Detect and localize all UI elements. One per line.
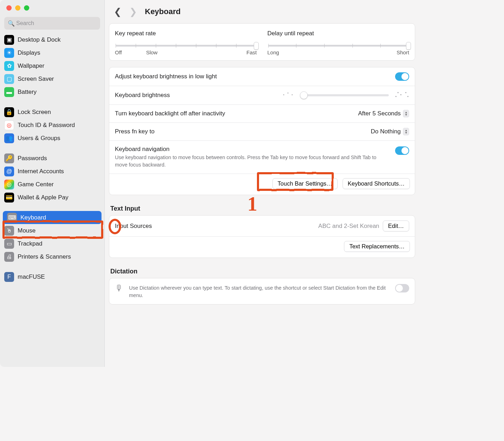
sidebar-item-label: Game Center — [18, 181, 54, 188]
sidebar-item-internet-accounts[interactable]: @Internet Accounts — [0, 165, 104, 178]
key-repeat-slider-group: Key repeat rate Off Slow Fast — [115, 30, 257, 55]
sidebar-item-printers-scanners[interactable]: 🖨Printers & Scanners — [0, 250, 104, 263]
sidebar-item-label: Battery — [18, 89, 37, 96]
brightness-slider[interactable] — [301, 94, 389, 96]
repeat-off-label: Off — [115, 49, 129, 55]
sidebar-item-screen-saver[interactable]: ▢Screen Saver — [0, 72, 104, 85]
sidebar-item-trackpad[interactable]: ▭Trackpad — [0, 237, 104, 250]
forward-button[interactable]: ❯ — [129, 6, 137, 17]
trackpad-icon: ▭ — [4, 239, 14, 249]
key-repeat-label: Key repeat rate — [115, 30, 257, 37]
sidebar-item-label: Trackpad — [18, 240, 42, 247]
repeat-slow-label: Slow — [146, 49, 158, 55]
passwords-icon: 🔑 — [4, 153, 14, 163]
internet-accounts-icon: @ — [4, 167, 14, 176]
brightness-low-icon: ⠂⠁⠂ — [282, 91, 295, 99]
text-replacements-button[interactable]: Text Replacements… — [344, 241, 410, 252]
displays-icon: ☀ — [4, 48, 14, 58]
window-controls — [0, 5, 104, 16]
text-input-card: Input Sources ABC and 2-Set Korean Edit…… — [109, 215, 415, 258]
adjust-low-light-label: Adjust keyboard brightness in low light — [115, 73, 217, 80]
backlight-off-label: Turn keyboard backlight off after inacti… — [115, 110, 225, 117]
delay-short-label: Short — [397, 49, 409, 55]
brightness-high-icon: ⠌⠂⠡ — [394, 91, 409, 99]
fn-key-label: Press fn key to — [115, 128, 154, 135]
search-icon: 🔍 — [8, 20, 15, 27]
sidebar-item-label: Mouse — [18, 227, 36, 234]
sidebar-item-label: Keyboard — [20, 214, 46, 221]
updown-icon: ▴▾ — [403, 110, 409, 117]
repeat-card: Key repeat rate Off Slow Fast Delay unti… — [109, 23, 415, 61]
sidebar-item-label: Internet Accounts — [18, 168, 64, 175]
adjust-low-light-toggle[interactable] — [395, 72, 409, 81]
wallpaper-icon: ✿ — [4, 61, 14, 71]
zoom-window-button[interactable] — [24, 5, 29, 11]
sidebar-item-battery[interactable]: ▬Battery — [0, 85, 104, 98]
sidebar-item-label: Lock Screen — [18, 109, 51, 116]
sidebar-item-desktop-dock[interactable]: ▣Desktop & Dock — [0, 33, 104, 46]
sidebar-item-keyboard[interactable]: ⌨Keyboard — [3, 211, 102, 224]
sidebar-item-users-groups[interactable]: 👥Users & Groups — [0, 132, 104, 145]
keyboard-nav-label: Keyboard navigation — [115, 146, 388, 153]
users-groups-icon: 👥 — [4, 133, 14, 143]
screen-saver-icon: ▢ — [4, 74, 14, 84]
titlebar: ❮ ❯ Keyboard — [109, 0, 415, 23]
fn-key-select[interactable]: Do Nothing ▴▾ — [371, 128, 409, 135]
input-sources-label: Input Sources — [115, 223, 152, 230]
sidebar-item-mouse[interactable]: 🖱Mouse — [0, 224, 104, 237]
wallet-apple-pay-icon: 💳 — [4, 193, 14, 203]
fn-key-value: Do Nothing — [371, 128, 401, 135]
delay-slider-group: Delay until repeat Long Short — [268, 30, 410, 55]
macfuse-icon: F — [4, 272, 14, 282]
sidebar-item-lock-screen[interactable]: 🔒Lock Screen — [0, 105, 104, 119]
sidebar-item-label: Users & Groups — [18, 135, 60, 142]
repeat-fast-label: Fast — [246, 49, 257, 55]
lock-screen-icon: 🔒 — [4, 107, 14, 117]
sidebar-item-label: macFUSE — [18, 273, 45, 280]
sidebar-item-label: Desktop & Dock — [18, 36, 61, 43]
sidebar-item-game-center[interactable]: ◎Game Center — [0, 178, 104, 191]
sidebar-item-macfuse[interactable]: FmacFUSE — [0, 270, 104, 283]
key-repeat-slider[interactable] — [116, 45, 256, 47]
delay-slider[interactable] — [268, 45, 409, 47]
input-sources-value: ABC and 2-Set Korean — [318, 223, 379, 230]
keyboard-shortcuts-button[interactable]: Keyboard Shortcuts… — [343, 178, 410, 189]
sidebar-item-label: Wallet & Apple Pay — [18, 194, 68, 201]
sidebar-item-label: Passwords — [18, 155, 47, 162]
backlight-off-select[interactable]: After 5 Seconds ▴▾ — [358, 110, 409, 117]
backlight-off-value: After 5 Seconds — [358, 110, 401, 117]
dictation-desc: Use Dictation wherever you can type text… — [129, 284, 389, 299]
minimize-window-button[interactable] — [15, 5, 20, 11]
keyboard-nav-desc: Use keyboard navigation to move focus be… — [115, 154, 388, 169]
sidebar-item-wallpaper[interactable]: ✿Wallpaper — [0, 59, 104, 72]
sidebar-item-touch-id-password[interactable]: ◎Touch ID & Password — [0, 119, 104, 132]
sidebar-item-wallet-apple-pay[interactable]: 💳Wallet & Apple Pay — [0, 191, 104, 204]
printers-scanners-icon: 🖨 — [4, 252, 14, 262]
input-sources-edit-button[interactable]: Edit… — [383, 220, 409, 231]
sidebar-item-label: Displays — [18, 49, 40, 56]
updown-icon: ▴▾ — [403, 128, 409, 135]
dictation-toggle[interactable] — [395, 284, 409, 292]
sidebar-item-passwords[interactable]: 🔑Passwords — [0, 152, 104, 165]
sidebar: 🔍 ▣Desktop & Dock☀Displays✿Wallpaper▢Scr… — [0, 0, 105, 367]
mouse-icon: 🖱 — [4, 226, 14, 236]
touch-id-password-icon: ◎ — [4, 120, 14, 130]
delay-label: Delay until repeat — [268, 30, 410, 37]
search-input[interactable] — [4, 17, 100, 30]
microphone-icon: 🎙 — [115, 283, 123, 293]
keyboard-card: Adjust keyboard brightness in low light … — [109, 67, 415, 195]
touchbar-settings-button[interactable]: Touch Bar Settings… — [272, 178, 338, 189]
close-window-button[interactable] — [6, 5, 12, 11]
sidebar-item-label: Touch ID & Password — [18, 122, 75, 129]
game-center-icon: ◎ — [4, 180, 14, 189]
page-title: Keyboard — [145, 7, 180, 16]
search-field-wrap: 🔍 — [0, 16, 104, 33]
dictation-card: 🎙 Use Dictation wherever you can type te… — [109, 278, 415, 304]
sidebar-item-label: Wallpaper — [18, 62, 44, 70]
sidebar-nav: ▣Desktop & Dock☀Displays✿Wallpaper▢Scree… — [0, 33, 104, 367]
sidebar-item-displays[interactable]: ☀Displays — [0, 46, 104, 59]
battery-icon: ▬ — [4, 87, 14, 97]
back-button[interactable]: ❮ — [114, 6, 122, 17]
keyboard-nav-toggle[interactable] — [395, 146, 409, 155]
dictation-title: Dictation — [109, 264, 415, 278]
